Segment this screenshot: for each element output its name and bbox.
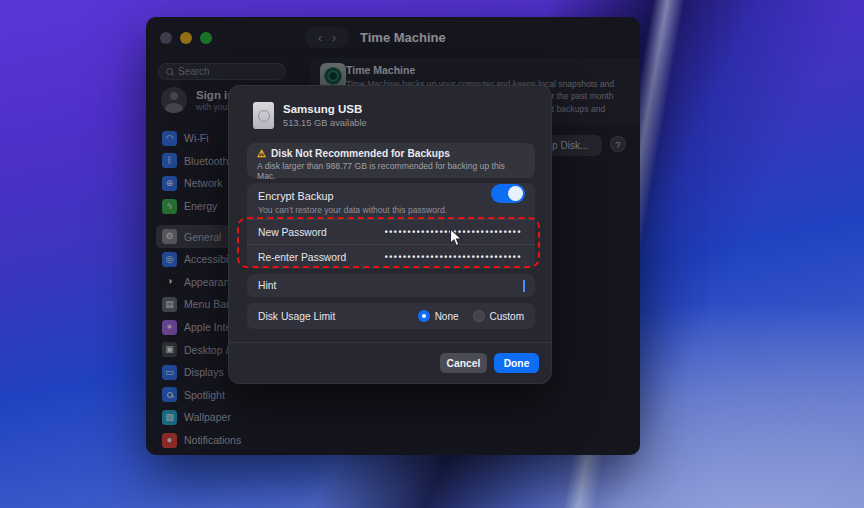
- radio-none[interactable]: None: [418, 310, 459, 322]
- encrypt-backup-label: Encrypt Backup: [258, 190, 524, 202]
- mouse-cursor-icon: [449, 228, 463, 252]
- disk-warning-banner: ⚠ Disk Not Recommended for Backups A dis…: [247, 143, 535, 178]
- disk-usage-limit-label: Disk Usage Limit: [258, 311, 335, 322]
- text-caret: [523, 280, 525, 292]
- red-dashed-annotation: [237, 217, 540, 268]
- desktop-wallpaper: Search Sign in with your A ◠ Wi-Fi ᛒ Blu…: [0, 0, 864, 508]
- radio-custom-icon[interactable]: [473, 310, 485, 322]
- warning-title: Disk Not Recommended for Backups: [271, 148, 450, 159]
- done-button[interactable]: Done: [494, 353, 539, 373]
- hint-label: Hint: [258, 280, 276, 291]
- disk-available: 513.15 GB available: [283, 118, 367, 128]
- disk-name: Samsung USB: [283, 103, 362, 115]
- radio-custom[interactable]: Custom: [473, 310, 524, 322]
- warning-message: A disk larger than 988.77 GB is recommen…: [257, 161, 525, 181]
- encrypt-backup-dialog: Samsung USB 513.15 GB available ⚠ Disk N…: [228, 85, 552, 384]
- cancel-button[interactable]: Cancel: [440, 353, 487, 373]
- encrypt-backup-sublabel: You can't restore your data without this…: [258, 205, 524, 215]
- disk-usage-limit-row: Disk Usage Limit None Custom: [247, 303, 535, 329]
- hint-field[interactable]: Hint: [247, 274, 535, 297]
- warning-icon: ⚠: [257, 149, 266, 159]
- encrypt-backup-toggle[interactable]: [491, 184, 525, 203]
- external-drive-icon: [253, 102, 274, 129]
- radio-none-icon[interactable]: [418, 310, 430, 322]
- footer-divider: [229, 342, 551, 343]
